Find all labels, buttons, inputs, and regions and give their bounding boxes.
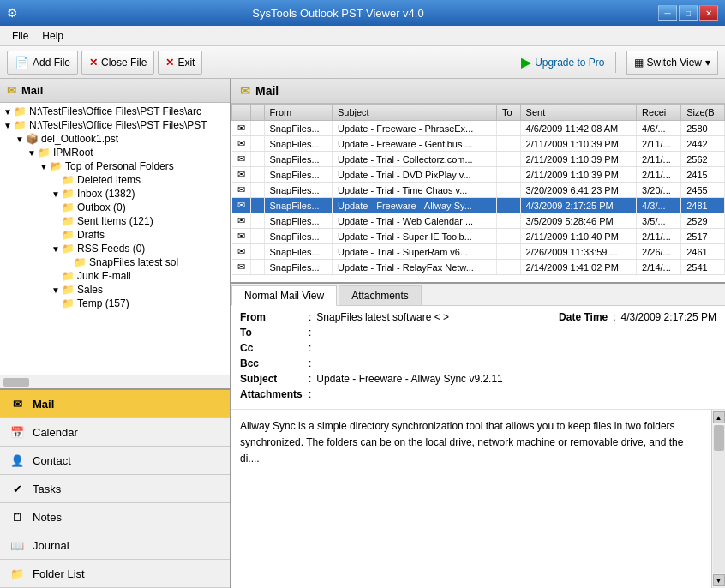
- cc-row: Cc :: [240, 342, 716, 354]
- tree-node[interactable]: ▼📁N:\TestFiles\Office Files\PST Files\PS…: [0, 118, 230, 132]
- col-header-0[interactable]: [232, 105, 251, 121]
- table-row[interactable]: ✉ SnapFiles... Update - Trial - Collecto…: [232, 152, 725, 167]
- tree-icon: 📁: [14, 119, 27, 131]
- tree-toggle[interactable]: ▼: [2, 107, 14, 117]
- row-from: SnapFiles...: [264, 152, 332, 167]
- tree-toggle[interactable]: ▼: [50, 244, 62, 254]
- table-row[interactable]: ✉ SnapFiles... Update - Trial - Web Cale…: [232, 213, 725, 229]
- right-panel: ✉ Mail FromSubjectToSentReceiSize(B ✉ Sn…: [231, 79, 725, 588]
- main-container: ✉ Mail ▼📁N:\TestFiles\Office Files\PST F…: [0, 79, 725, 588]
- row-size: 2461: [681, 244, 725, 260]
- row-size: 2541: [681, 260, 725, 275]
- left-panel: ✉ Mail ▼📁N:\TestFiles\Office Files\PST F…: [0, 79, 231, 588]
- nav-label: Journal: [33, 539, 69, 552]
- row-size: 2442: [681, 136, 725, 152]
- row-size: 2481: [681, 198, 725, 213]
- tree-node[interactable]: ▼📁IPMRoot: [0, 146, 230, 159]
- table-row[interactable]: ✉ SnapFiles... Update - Freeware - Phras…: [232, 121, 725, 136]
- mail-table-container[interactable]: FromSubjectToSentReceiSize(B ✉ SnapFiles…: [231, 104, 725, 282]
- col-header-5[interactable]: Sent: [520, 105, 637, 121]
- row-attach: [250, 213, 264, 229]
- tree-node[interactable]: 📁Temp (157): [0, 297, 230, 310]
- table-row[interactable]: ✉ SnapFiles... Update - Trial - Super IE…: [232, 229, 725, 244]
- col-header-2[interactable]: From: [264, 105, 332, 121]
- row-subject: Update - Trial - SuperRam v6...: [332, 244, 496, 260]
- datetime-label: Date Time: [559, 311, 608, 323]
- tree-toggle[interactable]: ▼: [50, 285, 62, 295]
- nav-item-notes[interactable]: 🗒Notes: [0, 503, 230, 531]
- file-tree[interactable]: ▼📁N:\TestFiles\Office Files\PST Files\ar…: [0, 103, 230, 375]
- row-icon: ✉: [232, 198, 251, 213]
- tree-node[interactable]: 📁Drafts: [0, 228, 230, 242]
- col-header-3[interactable]: Subject: [332, 105, 496, 121]
- tree-node[interactable]: 📁Outbox (0): [0, 201, 230, 214]
- nav-item-tasks[interactable]: ✔Tasks: [0, 475, 230, 503]
- tree-node[interactable]: ▼📦del_Outlook1.pst: [0, 132, 230, 146]
- tree-toggle[interactable]: ▼: [2, 121, 14, 130]
- minimize-button[interactable]: ─: [658, 5, 677, 21]
- attachments-label: Attachments: [240, 388, 309, 400]
- col-header-4[interactable]: To: [497, 105, 521, 121]
- preview-tab-attachments[interactable]: Attachments: [339, 285, 422, 305]
- add-file-button[interactable]: 📄 Add File: [7, 51, 78, 75]
- tree-node[interactable]: ▼📁N:\TestFiles\Office Files\PST Files\ar…: [0, 105, 230, 118]
- tree-toggle[interactable]: ▼: [50, 189, 62, 199]
- col-header-1[interactable]: [250, 105, 264, 121]
- nav-item-contact[interactable]: 👤Contact: [0, 447, 230, 475]
- row-received: 2/11/...: [637, 136, 681, 152]
- tree-icon: 📁: [74, 256, 87, 268]
- row-subject: Update - Freeware - PhraseEx...: [332, 121, 496, 136]
- nav-item-calendar[interactable]: 📅Calendar: [0, 418, 230, 447]
- switch-view-button[interactable]: ▦ Switch View ▾: [626, 51, 718, 75]
- close-file-button[interactable]: ✕ Close File: [81, 51, 154, 75]
- scroll-down-button[interactable]: ▼: [713, 574, 725, 586]
- table-row[interactable]: ✉ SnapFiles... Update - Freeware - Genti…: [232, 136, 725, 152]
- tree-toggle[interactable]: ▼: [26, 148, 38, 158]
- tree-hscroll[interactable]: [0, 375, 230, 388]
- row-subject: Update - Trial - Time Chaos v...: [332, 183, 496, 198]
- row-size: 2415: [681, 167, 725, 183]
- menu-file[interactable]: File: [5, 28, 35, 44]
- nav-item-folderlist[interactable]: 📁Folder List: [0, 560, 230, 588]
- row-subject: Update - Trial - RelayFax Netw...: [332, 260, 496, 275]
- menu-help[interactable]: Help: [35, 28, 70, 44]
- tree-node[interactable]: ▼📁RSS Feeds (0): [0, 242, 230, 255]
- from-value: SnapFiles latest software < >: [316, 311, 559, 323]
- table-row[interactable]: ✉ SnapFiles... Update - Trial - SuperRam…: [232, 244, 725, 260]
- tree-toggle[interactable]: ▼: [38, 162, 50, 171]
- table-row[interactable]: ✉ SnapFiles... Update - Trial - DVD PixP…: [232, 167, 725, 183]
- col-header-7[interactable]: Size(B: [681, 105, 725, 121]
- row-sent: 4/6/2009 11:42:08 AM: [520, 121, 637, 136]
- exit-button[interactable]: ✕ Exit: [158, 51, 202, 75]
- preview-tab-normal-mail-view[interactable]: Normal Mail View: [231, 285, 337, 306]
- col-header-6[interactable]: Recei: [637, 105, 681, 121]
- tree-node[interactable]: 📁Junk E-mail: [0, 269, 230, 283]
- scroll-up-button[interactable]: ▲: [713, 411, 725, 423]
- tree-node[interactable]: ▼📁Sales: [0, 283, 230, 297]
- tree-label: del_Outlook1.pst: [41, 133, 118, 145]
- table-row[interactable]: ✉ SnapFiles... Update - Trial - Time Cha…: [232, 183, 725, 198]
- tree-label: Outbox (0): [77, 201, 126, 213]
- tree-node[interactable]: ▼📁Inbox (1382): [0, 187, 230, 201]
- maximize-button[interactable]: □: [679, 5, 698, 21]
- app-icon: ⚙: [7, 6, 18, 20]
- nav-item-mail[interactable]: ✉Mail: [0, 390, 230, 418]
- table-row[interactable]: ✉ SnapFiles... Update - Trial - RelayFax…: [232, 260, 725, 275]
- upgrade-pro-button[interactable]: ▶ Upgrade to Pro: [521, 54, 604, 70]
- tree-node[interactable]: 📁Sent Items (121): [0, 214, 230, 228]
- row-icon: ✉: [232, 244, 251, 260]
- folderlist-icon: 📁: [9, 565, 26, 582]
- preview-vscroll[interactable]: ▲ ▼: [711, 410, 725, 588]
- left-header-icon: ✉: [7, 84, 16, 97]
- nav-item-journal[interactable]: 📖Journal: [0, 531, 230, 560]
- tree-toggle[interactable]: ▼: [14, 135, 26, 144]
- row-subject: Update - Freeware - Gentibus ...: [332, 136, 496, 152]
- tree-node[interactable]: 📁SnapFiles latest sol: [0, 255, 230, 269]
- tree-node[interactable]: ▼📂Top of Personal Folders: [0, 159, 230, 173]
- close-button[interactable]: ✕: [699, 5, 718, 21]
- tree-icon: 📁: [62, 284, 75, 296]
- tree-node[interactable]: 📁Deleted Items: [0, 173, 230, 187]
- row-received: 3/20/...: [637, 183, 681, 198]
- tree-icon: 📁: [38, 147, 51, 159]
- table-row[interactable]: ✉ SnapFiles... Update - Freeware - Allwa…: [232, 198, 725, 213]
